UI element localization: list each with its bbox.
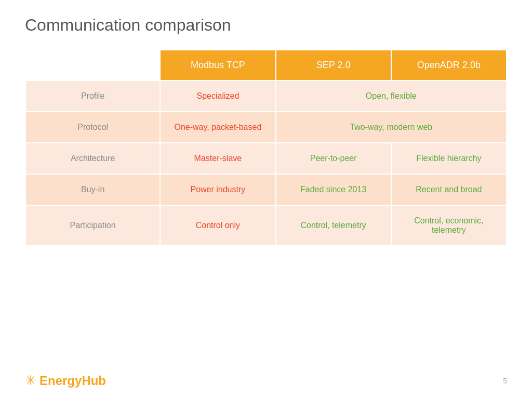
row-modbus: Specialized (160, 81, 275, 112)
table-row: Buy-inPower industryFaded since 2013Rece… (25, 174, 507, 205)
footer: ✳ EnergyHub 5 (25, 368, 507, 389)
row-sep: Peer-to-peer (276, 143, 391, 174)
table-row: ProfileSpecializedOpen, flexible (25, 81, 507, 112)
row-label: Protocol (25, 112, 160, 143)
row-sep: Faded since 2013 (276, 174, 391, 205)
comparison-table-wrapper: Modbus TCP SEP 2.0 OpenADR 2.0b ProfileS… (25, 49, 507, 360)
row-modbus: Power industry (160, 174, 275, 205)
row-openadr: Flexible hierarchy (391, 143, 507, 174)
table-row: ParticipationControl onlyControl, teleme… (25, 205, 507, 246)
header-col-modbus: Modbus TCP (160, 50, 275, 81)
header-col-label (25, 50, 160, 81)
row-label: Profile (25, 81, 160, 112)
header-col-sep: SEP 2.0 (276, 50, 391, 81)
row-sep-openadr: Open, flexible (276, 81, 507, 112)
table-row: ProtocolOne-way, packet-basedTwo-way, mo… (25, 112, 507, 143)
row-openadr: Control, economic, telemetry (391, 205, 507, 246)
row-modbus: One-way, packet-based (160, 112, 275, 143)
row-modbus: Control only (160, 205, 275, 246)
page: Communication comparison Modbus TCP SEP … (0, 0, 532, 399)
logo-text: EnergyHub (39, 374, 106, 388)
table-row: ArchitectureMaster-slavePeer-to-peerFlex… (25, 143, 507, 174)
page-number: 5 (503, 377, 507, 385)
logo-text-black: Energy (39, 374, 82, 388)
page-title: Communication comparison (25, 16, 507, 35)
row-openadr: Recent and broad (391, 174, 507, 205)
row-label: Buy-in (25, 174, 160, 205)
row-label: Participation (25, 205, 160, 246)
table-header-row: Modbus TCP SEP 2.0 OpenADR 2.0b (25, 50, 507, 81)
logo-text-orange: Hub (82, 374, 106, 388)
comparison-table: Modbus TCP SEP 2.0 OpenADR 2.0b ProfileS… (25, 49, 507, 246)
logo-icon: ✳ (25, 373, 36, 389)
row-sep: Control, telemetry (276, 205, 391, 246)
row-sep-openadr: Two-way, modern web (276, 112, 507, 143)
header-col-openadr: OpenADR 2.0b (391, 50, 507, 81)
logo: ✳ EnergyHub (25, 373, 106, 389)
row-modbus: Master-slave (160, 143, 275, 174)
row-label: Architecture (25, 143, 160, 174)
